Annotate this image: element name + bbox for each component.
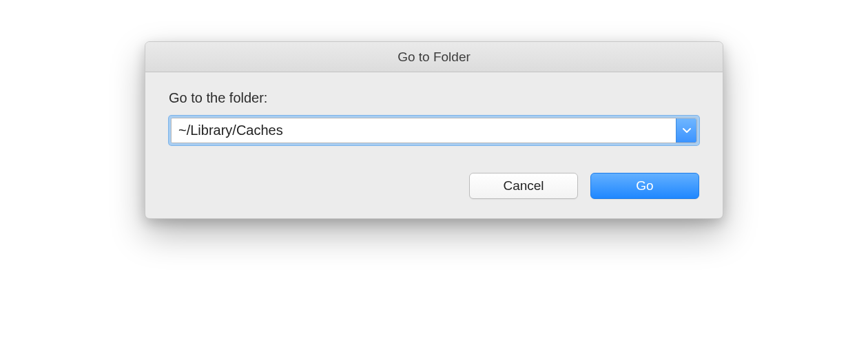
dialog-titlebar: Go to Folder — [145, 42, 723, 72]
path-combobox-focus-ring — [169, 116, 699, 145]
prompt-label: Go to the folder: — [169, 90, 699, 106]
dialog-button-row: Cancel Go — [169, 173, 699, 199]
go-button[interactable]: Go — [590, 173, 699, 199]
dialog-body: Go to the folder: Cancel Go — [145, 72, 723, 218]
dialog-title: Go to Folder — [397, 50, 471, 65]
cancel-button[interactable]: Cancel — [469, 173, 578, 199]
path-combobox — [171, 118, 697, 143]
chevron-down-icon — [683, 125, 691, 136]
path-history-dropdown-button[interactable] — [676, 118, 696, 143]
go-to-folder-dialog: Go to Folder Go to the folder: Cancel Go — [145, 41, 723, 219]
folder-path-input[interactable] — [172, 118, 676, 143]
